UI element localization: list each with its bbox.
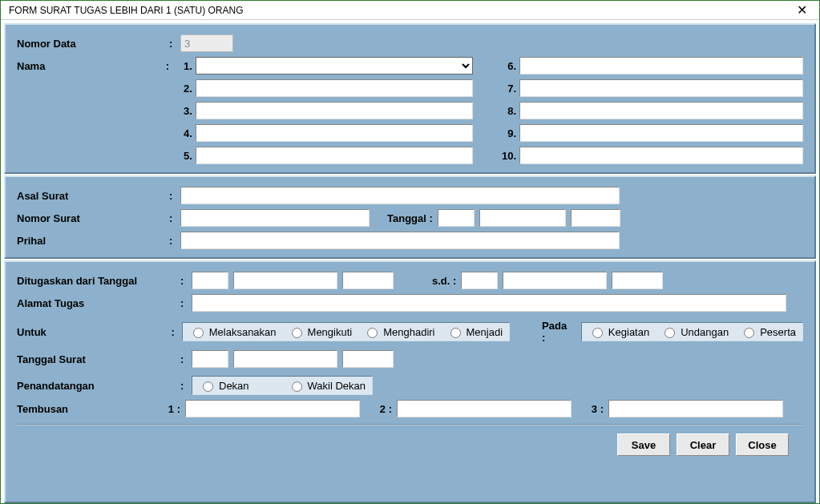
tanggal-d-field[interactable] [438, 209, 475, 227]
nama-8-field[interactable] [519, 102, 803, 119]
separator [17, 424, 803, 425]
asal-surat-label: Asal Surat [17, 190, 169, 202]
panel-tugas: Ditugaskan dari Tanggal : s.d. : Alamat … [4, 260, 816, 503]
num-4: 4. [176, 127, 196, 139]
num-6: 6. [500, 60, 519, 72]
untuk-melaksanakan[interactable]: Melaksanakan [189, 325, 277, 338]
alamat-field[interactable] [192, 294, 786, 312]
sd-d-field[interactable] [461, 272, 498, 289]
tglsurat-label: Tanggal Surat [17, 353, 180, 365]
num-8: 8. [500, 105, 519, 117]
nama-9-field[interactable] [519, 124, 803, 142]
pada-kegiatan[interactable]: Kegiatan [588, 325, 649, 338]
tembusan-label: Tembusan [17, 403, 161, 415]
nama-3-field[interactable] [196, 102, 473, 119]
num-1: 1. [176, 60, 196, 72]
num-5: 5. [176, 150, 196, 162]
untuk-label: Untuk [17, 326, 172, 338]
num-2: 2. [176, 83, 196, 95]
window-title: FORM SURAT TUGAS LEBIH DARI 1 (SATU) ORA… [9, 5, 243, 16]
tembusan-3-field[interactable] [608, 400, 783, 417]
prihal-label: Prihal [17, 235, 169, 247]
nomor-data-label: Nomor Data [17, 38, 169, 50]
nama-6-field[interactable] [519, 57, 803, 75]
dari-m-field[interactable] [233, 272, 337, 289]
pada-label: Pada : [537, 320, 576, 344]
num-9: 9. [500, 127, 519, 139]
num-7: 7. [500, 83, 519, 95]
ditugaskan-label: Ditugaskan dari Tanggal [17, 275, 180, 287]
tembusan-2-label: 2 : [360, 403, 397, 415]
tanggal-label: Tanggal : [382, 212, 438, 224]
untuk-menghadiri[interactable]: Menghadiri [363, 325, 434, 338]
num-10: 10. [500, 150, 519, 162]
asal-surat-field[interactable] [180, 187, 620, 204]
tembusan-3-label: 3 : [572, 403, 608, 415]
nama-4-field[interactable] [196, 124, 473, 142]
penandatangan-label: Penandatangan [17, 380, 180, 392]
tglsurat-m-field[interactable] [233, 350, 337, 368]
sd-y-field[interactable] [612, 272, 663, 289]
penandatangan-dekan[interactable]: Dekan [199, 379, 249, 392]
pada-undangan[interactable]: Undangan [660, 325, 729, 338]
dari-d-field[interactable] [192, 272, 228, 289]
tglsurat-d-field[interactable] [192, 350, 228, 368]
tanggal-m-field[interactable] [479, 209, 566, 227]
penandatangan-group: Dekan Wakil Dekan [192, 376, 373, 395]
nomor-surat-field[interactable] [180, 209, 370, 227]
window: FORM SURAT TUGAS LEBIH DARI 1 (SATU) ORA… [0, 0, 820, 504]
clear-button[interactable]: Clear [677, 433, 729, 456]
tembusan-1-field[interactable] [185, 400, 360, 417]
penandatangan-wakil[interactable]: Wakil Dekan [288, 379, 366, 392]
pada-group: Kegiatan Undangan Peserta [581, 322, 803, 341]
tanggal-y-field[interactable] [571, 209, 620, 227]
nama-2-field[interactable] [196, 79, 473, 97]
nomor-surat-label: Nomor Surat [17, 212, 169, 224]
nama-10-field[interactable] [519, 147, 803, 164]
panel-nama: Nomor Data : Nama : 1. 6. 2. 7. [4, 23, 816, 174]
pada-peserta[interactable]: Peserta [740, 325, 796, 338]
nama-7-field[interactable] [519, 79, 803, 97]
button-bar: Save Clear Close [17, 429, 803, 464]
titlebar: FORM SURAT TUGAS LEBIH DARI 1 (SATU) ORA… [1, 1, 819, 20]
tembusan-2-field[interactable] [397, 400, 572, 417]
sd-m-field[interactable] [503, 272, 607, 289]
panel-surat: Asal Surat : Nomor Surat : Tanggal : Pri… [4, 175, 816, 259]
untuk-menjadi[interactable]: Menjadi [446, 325, 503, 338]
close-icon[interactable]: ✕ [790, 2, 813, 18]
tembusan-1-label: 1 : [161, 403, 185, 415]
dari-y-field[interactable] [342, 272, 394, 289]
sd-label: s.d. : [427, 275, 461, 287]
nama-1-combo[interactable] [196, 57, 473, 75]
nomor-data-field [180, 34, 233, 52]
alamat-label: Alamat Tugas [17, 297, 180, 309]
save-button[interactable]: Save [617, 433, 670, 456]
untuk-group: Melaksanakan Mengikuti Menghadiri Menjad… [182, 322, 510, 341]
nama-5-field[interactable] [196, 147, 473, 164]
nama-label: Nama [17, 60, 166, 72]
num-3: 3. [176, 105, 196, 117]
prihal-field[interactable] [180, 232, 620, 249]
untuk-mengikuti[interactable]: Mengikuti [288, 325, 353, 338]
close-button[interactable]: Close [736, 433, 789, 456]
tglsurat-y-field[interactable] [342, 350, 394, 368]
